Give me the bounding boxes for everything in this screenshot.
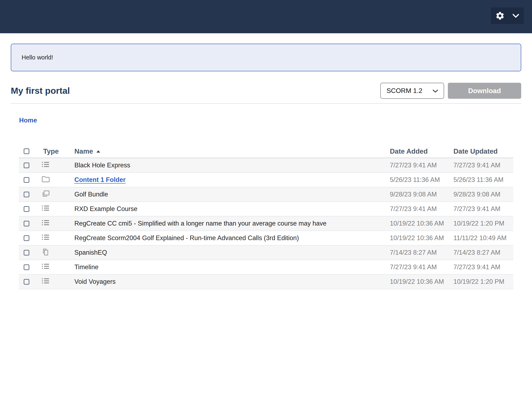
settings-menu-button[interactable] xyxy=(491,7,524,24)
format-select-value: SCORM 1.2 xyxy=(386,87,422,95)
row-checkbox[interactable] xyxy=(24,264,29,270)
row-date-added: 7/27/23 9:41 AM xyxy=(390,205,453,213)
row-checkbox[interactable] xyxy=(24,279,29,285)
table-row: Black Hole Express 7/27/23 9:41 AM 7/27/… xyxy=(19,158,513,173)
table-row: RXD Example Course 7/27/23 9:41 AM 7/27/… xyxy=(19,202,513,216)
row-name: Black Hole Express xyxy=(74,162,390,169)
row-checkbox[interactable] xyxy=(24,177,29,183)
format-select[interactable]: SCORM 1.2 xyxy=(380,83,444,99)
table-row: RegCreate CC cmi5 - Simplified with a lo… xyxy=(19,216,513,231)
row-date-added: 7/27/23 9:41 AM xyxy=(390,263,453,271)
column-header-name[interactable]: Name xyxy=(74,147,390,155)
row-date-added: 5/26/23 11:36 AM xyxy=(390,176,453,184)
row-date-updated: 7/27/23 9:41 AM xyxy=(453,263,513,271)
row-checkbox[interactable] xyxy=(24,250,29,256)
course-list-icon xyxy=(42,263,50,272)
row-name: RXD Example Course xyxy=(74,205,390,213)
column-header-name-label: Name xyxy=(74,147,93,155)
bundle-icon xyxy=(42,190,50,199)
row-name: RegCreate CC cmi5 - Simplified with a lo… xyxy=(74,220,390,227)
row-date-added: 10/19/22 10:36 AM xyxy=(390,278,453,285)
row-date-updated: 10/19/22 1:20 PM xyxy=(453,278,513,285)
row-date-updated: 7/14/23 8:27 AM xyxy=(453,249,513,256)
column-header-date-updated[interactable]: Date Updated xyxy=(453,147,513,155)
row-checkbox[interactable] xyxy=(24,163,29,168)
row-name-link[interactable]: Content 1 Folder xyxy=(74,176,125,183)
page-title: My first portal xyxy=(11,86,70,96)
column-header-type[interactable]: Type xyxy=(38,147,74,155)
course-list-icon xyxy=(42,233,50,243)
row-date-added: 10/19/22 10:36 AM xyxy=(390,234,453,242)
course-list-icon xyxy=(42,204,50,214)
content-table: Type Name Date Added Date Updated Black … xyxy=(19,145,513,289)
course-list-icon xyxy=(42,277,50,286)
page-header: My first portal SCORM 1.2 Download xyxy=(11,83,521,99)
copy-icon xyxy=(42,248,49,258)
row-name: Timeline xyxy=(74,263,390,271)
folder-icon xyxy=(42,175,50,184)
table-header-row: Type Name Date Added Date Updated xyxy=(19,145,513,158)
banner-message: Hello world! xyxy=(22,54,53,61)
row-date-added: 7/27/23 9:41 AM xyxy=(390,162,453,169)
row-date-added: 7/14/23 8:27 AM xyxy=(390,249,453,256)
row-date-updated: 9/28/23 9:08 AM xyxy=(453,191,513,198)
row-date-updated: 7/27/23 9:41 AM xyxy=(453,162,513,169)
section-divider xyxy=(11,103,521,104)
table-row: Timeline 7/27/23 9:41 AM 7/27/23 9:41 AM xyxy=(19,260,513,275)
row-checkbox[interactable] xyxy=(24,235,29,241)
download-button[interactable]: Download xyxy=(448,83,521,99)
table-row: RegCreate Scorm2004 Golf Explained - Run… xyxy=(19,231,513,246)
sort-ascending-icon xyxy=(96,150,100,153)
row-date-added: 9/28/23 9:08 AM xyxy=(390,191,453,198)
chevron-down-icon xyxy=(512,14,519,18)
row-checkbox[interactable] xyxy=(24,206,29,212)
chevron-down-icon xyxy=(432,87,438,95)
row-name: RegCreate Scorm2004 Golf Explained - Run… xyxy=(74,234,390,242)
table-row: Golf Bundle 9/28/23 9:08 AM 9/28/23 9:08… xyxy=(19,187,513,202)
select-all-checkbox[interactable] xyxy=(24,148,29,154)
breadcrumb-home-link[interactable]: Home xyxy=(19,117,37,124)
row-checkbox[interactable] xyxy=(24,221,29,226)
course-list-icon xyxy=(42,219,50,228)
row-name: SpanishEQ xyxy=(74,249,390,256)
row-date-updated: 5/26/23 11:36 AM xyxy=(453,176,513,184)
header-checkbox-cell xyxy=(19,148,38,154)
table-row: Content 1 Folder 5/26/23 11:36 AM 5/26/2… xyxy=(19,173,513,187)
row-date-added: 10/19/22 10:36 AM xyxy=(390,220,453,227)
breadcrumb: Home xyxy=(19,117,521,124)
row-name: Golf Bundle xyxy=(74,191,390,198)
row-date-updated: 10/19/22 1:20 PM xyxy=(453,220,513,227)
table-body: Black Hole Express 7/27/23 9:41 AM 7/27/… xyxy=(19,158,513,289)
announcement-banner: Hello world! xyxy=(11,44,521,71)
table-row: SpanishEQ 7/14/23 8:27 AM 7/14/23 8:27 A… xyxy=(19,246,513,260)
column-header-date-added[interactable]: Date Added xyxy=(390,147,453,155)
table-row: Void Voyagers 10/19/22 10:36 AM 10/19/22… xyxy=(19,275,513,289)
row-date-updated: 11/11/22 10:49 AM xyxy=(453,234,513,242)
row-checkbox[interactable] xyxy=(24,192,29,197)
header-controls: SCORM 1.2 Download xyxy=(380,83,521,99)
course-list-icon xyxy=(42,161,50,170)
row-date-updated: 7/27/23 9:41 AM xyxy=(453,205,513,213)
top-navigation-bar xyxy=(0,0,532,33)
row-name: Void Voyagers xyxy=(74,278,390,285)
gear-icon xyxy=(495,11,505,21)
